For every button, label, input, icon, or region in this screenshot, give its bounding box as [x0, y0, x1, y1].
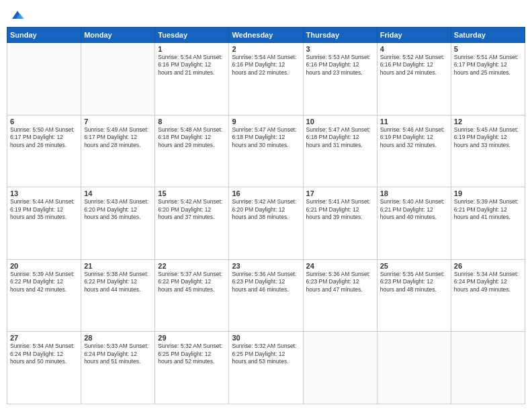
day-cell: 1Sunrise: 5:54 AM Sunset: 6:16 PM Daylig…: [155, 43, 229, 116]
day-cell: 19Sunrise: 5:39 AM Sunset: 6:21 PM Dayli…: [451, 187, 525, 260]
day-cell: 29Sunrise: 5:32 AM Sunset: 6:25 PM Dayli…: [155, 332, 229, 404]
day-info: Sunrise: 5:46 AM Sunset: 6:19 PM Dayligh…: [380, 126, 448, 149]
day-cell: 13Sunrise: 5:44 AM Sunset: 6:19 PM Dayli…: [7, 187, 81, 260]
day-cell: 20Sunrise: 5:39 AM Sunset: 6:22 PM Dayli…: [7, 259, 81, 332]
day-cell: 6Sunrise: 5:50 AM Sunset: 6:17 PM Daylig…: [7, 115, 81, 187]
day-number: 26: [454, 262, 522, 270]
day-number: 17: [306, 189, 374, 197]
day-info: Sunrise: 5:36 AM Sunset: 6:23 PM Dayligh…: [232, 271, 300, 293]
day-info: Sunrise: 5:36 AM Sunset: 6:23 PM Dayligh…: [306, 271, 374, 293]
day-cell: 16Sunrise: 5:42 AM Sunset: 6:20 PM Dayli…: [229, 187, 303, 260]
day-info: Sunrise: 5:39 AM Sunset: 6:21 PM Dayligh…: [454, 198, 522, 221]
header: [7, 7, 525, 23]
day-number: 7: [84, 118, 152, 126]
day-cell: [81, 43, 155, 116]
day-info: Sunrise: 5:35 AM Sunset: 6:23 PM Dayligh…: [380, 271, 448, 293]
day-cell: 27Sunrise: 5:34 AM Sunset: 6:24 PM Dayli…: [7, 332, 81, 404]
day-cell: 22Sunrise: 5:37 AM Sunset: 6:22 PM Dayli…: [155, 259, 229, 332]
day-cell: 14Sunrise: 5:43 AM Sunset: 6:20 PM Dayli…: [81, 187, 155, 260]
day-number: 21: [84, 262, 152, 270]
day-number: 18: [380, 189, 448, 197]
day-number: 8: [158, 118, 226, 126]
week-row-1: 1Sunrise: 5:54 AM Sunset: 6:16 PM Daylig…: [7, 43, 525, 116]
calendar-body: 1Sunrise: 5:54 AM Sunset: 6:16 PM Daylig…: [7, 43, 525, 404]
day-info: Sunrise: 5:32 AM Sunset: 6:25 PM Dayligh…: [158, 342, 226, 365]
day-cell: 23Sunrise: 5:36 AM Sunset: 6:23 PM Dayli…: [229, 259, 303, 332]
day-info: Sunrise: 5:42 AM Sunset: 6:20 PM Dayligh…: [158, 198, 226, 221]
day-info: Sunrise: 5:32 AM Sunset: 6:25 PM Dayligh…: [232, 342, 300, 365]
day-cell: 28Sunrise: 5:33 AM Sunset: 6:24 PM Dayli…: [81, 332, 155, 404]
day-info: Sunrise: 5:34 AM Sunset: 6:24 PM Dayligh…: [454, 271, 522, 293]
day-info: Sunrise: 5:47 AM Sunset: 6:18 PM Dayligh…: [232, 126, 300, 149]
day-number: 4: [380, 45, 448, 53]
day-header-sunday: Sunday: [7, 28, 81, 43]
day-number: 2: [232, 45, 300, 53]
day-cell: 11Sunrise: 5:46 AM Sunset: 6:19 PM Dayli…: [377, 115, 451, 187]
day-number: 20: [10, 262, 78, 270]
day-info: Sunrise: 5:47 AM Sunset: 6:18 PM Dayligh…: [306, 126, 374, 149]
day-info: Sunrise: 5:38 AM Sunset: 6:22 PM Dayligh…: [84, 271, 152, 293]
day-info: Sunrise: 5:41 AM Sunset: 6:21 PM Dayligh…: [306, 198, 374, 221]
week-row-4: 20Sunrise: 5:39 AM Sunset: 6:22 PM Dayli…: [7, 259, 525, 332]
week-row-3: 13Sunrise: 5:44 AM Sunset: 6:19 PM Dayli…: [7, 187, 525, 260]
day-number: 28: [84, 334, 152, 342]
day-number: 25: [380, 262, 448, 270]
day-number: 27: [10, 334, 78, 342]
day-info: Sunrise: 5:54 AM Sunset: 6:16 PM Dayligh…: [158, 54, 226, 77]
day-number: 3: [306, 45, 374, 53]
day-number: 13: [10, 189, 78, 197]
day-cell: 12Sunrise: 5:45 AM Sunset: 6:19 PM Dayli…: [451, 115, 525, 187]
day-cell: [303, 332, 377, 404]
day-info: Sunrise: 5:37 AM Sunset: 6:22 PM Dayligh…: [158, 271, 226, 293]
logo-icon: [9, 7, 26, 23]
day-info: Sunrise: 5:40 AM Sunset: 6:21 PM Dayligh…: [380, 198, 448, 221]
day-info: Sunrise: 5:52 AM Sunset: 6:16 PM Dayligh…: [380, 54, 448, 77]
day-number: 12: [454, 118, 522, 126]
day-cell: 17Sunrise: 5:41 AM Sunset: 6:21 PM Dayli…: [303, 187, 377, 260]
day-number: 10: [306, 118, 374, 126]
day-number: 24: [306, 262, 374, 270]
day-number: 30: [232, 334, 300, 342]
day-info: Sunrise: 5:43 AM Sunset: 6:20 PM Dayligh…: [84, 198, 152, 221]
day-info: Sunrise: 5:49 AM Sunset: 6:17 PM Dayligh…: [84, 126, 152, 149]
day-cell: [451, 332, 525, 404]
calendar-table: SundayMondayTuesdayWednesdayThursdayFrid…: [7, 27, 525, 404]
day-info: Sunrise: 5:34 AM Sunset: 6:24 PM Dayligh…: [10, 342, 78, 365]
day-number: 29: [158, 334, 226, 342]
day-number: 1: [158, 45, 226, 53]
day-number: 11: [380, 118, 448, 126]
day-header-tuesday: Tuesday: [155, 28, 229, 43]
day-header-saturday: Saturday: [451, 28, 525, 43]
day-info: Sunrise: 5:39 AM Sunset: 6:22 PM Dayligh…: [10, 271, 78, 293]
header-row: SundayMondayTuesdayWednesdayThursdayFrid…: [7, 28, 525, 43]
day-cell: 26Sunrise: 5:34 AM Sunset: 6:24 PM Dayli…: [451, 259, 525, 332]
page: SundayMondayTuesdayWednesdayThursdayFrid…: [0, 0, 532, 411]
day-header-wednesday: Wednesday: [229, 28, 303, 43]
day-number: 23: [232, 262, 300, 270]
day-info: Sunrise: 5:51 AM Sunset: 6:17 PM Dayligh…: [454, 54, 522, 77]
day-info: Sunrise: 5:50 AM Sunset: 6:17 PM Dayligh…: [10, 126, 78, 149]
day-number: 6: [10, 118, 78, 126]
day-info: Sunrise: 5:54 AM Sunset: 6:16 PM Dayligh…: [232, 54, 300, 77]
day-cell: 24Sunrise: 5:36 AM Sunset: 6:23 PM Dayli…: [303, 259, 377, 332]
day-info: Sunrise: 5:42 AM Sunset: 6:20 PM Dayligh…: [232, 198, 300, 221]
day-info: Sunrise: 5:33 AM Sunset: 6:24 PM Dayligh…: [84, 342, 152, 365]
day-info: Sunrise: 5:48 AM Sunset: 6:18 PM Dayligh…: [158, 126, 226, 149]
day-cell: 5Sunrise: 5:51 AM Sunset: 6:17 PM Daylig…: [451, 43, 525, 116]
day-cell: 10Sunrise: 5:47 AM Sunset: 6:18 PM Dayli…: [303, 115, 377, 187]
day-cell: 3Sunrise: 5:53 AM Sunset: 6:16 PM Daylig…: [303, 43, 377, 116]
day-cell: 18Sunrise: 5:40 AM Sunset: 6:21 PM Dayli…: [377, 187, 451, 260]
day-number: 9: [232, 118, 300, 126]
week-row-2: 6Sunrise: 5:50 AM Sunset: 6:17 PM Daylig…: [7, 115, 525, 187]
day-number: 5: [454, 45, 522, 53]
day-cell: 21Sunrise: 5:38 AM Sunset: 6:22 PM Dayli…: [81, 259, 155, 332]
day-number: 19: [454, 189, 522, 197]
day-cell: [7, 43, 81, 116]
day-cell: 30Sunrise: 5:32 AM Sunset: 6:25 PM Dayli…: [229, 332, 303, 404]
day-header-friday: Friday: [377, 28, 451, 43]
day-cell: 7Sunrise: 5:49 AM Sunset: 6:17 PM Daylig…: [81, 115, 155, 187]
day-header-monday: Monday: [81, 28, 155, 43]
logo: [7, 7, 26, 23]
week-row-5: 27Sunrise: 5:34 AM Sunset: 6:24 PM Dayli…: [7, 332, 525, 404]
day-cell: 15Sunrise: 5:42 AM Sunset: 6:20 PM Dayli…: [155, 187, 229, 260]
